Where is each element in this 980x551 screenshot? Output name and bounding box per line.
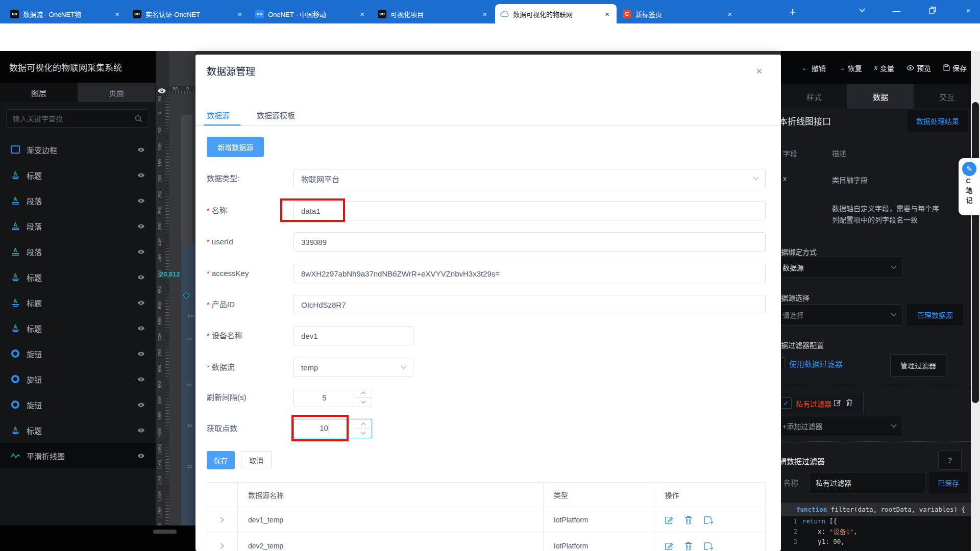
visibility-eye-icon[interactable]: [137, 222, 145, 230]
stepper-refreshInterval[interactable]: [355, 388, 372, 407]
tab-close-icon[interactable]: ×: [113, 10, 121, 18]
layer-item-标题-11[interactable]: A标题: [0, 417, 156, 443]
layer-item-标题-1[interactable]: A标题: [0, 162, 156, 188]
tab-datasource-template[interactable]: 数据源模板: [257, 110, 295, 120]
input-userId[interactable]: 339389: [293, 232, 766, 252]
layer-item-标题-5[interactable]: A标题: [0, 264, 156, 290]
save-button[interactable]: 保存: [207, 451, 235, 469]
select-datastream[interactable]: temp: [293, 358, 413, 377]
visibility-eye-icon[interactable]: [137, 324, 145, 332]
saved-button[interactable]: 已保存: [929, 472, 968, 493]
delete-row-icon[interactable]: [684, 542, 693, 550]
edit-filter-icon[interactable]: [834, 399, 841, 407]
process-result-button[interactable]: 数据处理结果: [908, 110, 968, 132]
tab-close-icon[interactable]: ×: [603, 10, 611, 18]
input-name[interactable]: data1: [293, 201, 766, 220]
input-productId[interactable]: OIcHdSz8R7: [293, 295, 766, 314]
number-pointCount[interactable]: 10: [293, 419, 372, 438]
browser-tab-2[interactable]: coOneNET - 中国移动×: [250, 4, 372, 23]
undo-button[interactable]: ←撤销: [802, 63, 826, 73]
filter-name-input[interactable]: 私有过滤器: [809, 472, 925, 493]
visibility-eye-icon[interactable]: [137, 452, 145, 460]
tab-data[interactable]: 数据: [847, 84, 914, 109]
select-data-type[interactable]: 物联网平台: [293, 169, 766, 188]
layer-item-段落-2[interactable]: A段落: [0, 188, 156, 213]
visibility-eye-icon[interactable]: [137, 299, 145, 307]
scrollbar-thumb[interactable]: [972, 102, 979, 403]
expand-row-icon[interactable]: [207, 507, 238, 533]
help-button[interactable]: ?: [938, 450, 962, 470]
stepper-pointCount[interactable]: [355, 419, 372, 438]
layer-item-旋钮-10[interactable]: 旋钮: [0, 392, 156, 417]
layer-item-段落-3[interactable]: A段落: [0, 213, 156, 239]
use-filter-label[interactable]: 使用数据过滤器: [789, 358, 843, 369]
visibility-eye-icon[interactable]: [137, 248, 145, 256]
variables-button[interactable]: x变量: [874, 63, 894, 73]
layer-item-标题-6[interactable]: A标题: [0, 290, 156, 315]
layer-search-input[interactable]: 输入关键字查找: [6, 109, 149, 128]
visibility-eye-icon[interactable]: [137, 273, 145, 281]
step-up-icon[interactable]: [355, 419, 372, 429]
redo-button[interactable]: →恢复: [838, 63, 862, 73]
cancel-button[interactable]: 取消: [241, 451, 272, 469]
export-row-icon[interactable]: [704, 542, 713, 550]
tab-datasource[interactable]: 数据源: [207, 110, 230, 120]
layer-item-段落-4[interactable]: A段落: [0, 239, 156, 264]
browser-tab-0[interactable]: co数据流 - OneNET物×: [5, 4, 127, 23]
layer-item-渐变边框-0[interactable]: 渐变边框: [0, 137, 156, 162]
delete-filter-icon[interactable]: [846, 399, 853, 407]
manage-datasource-button[interactable]: 管理数据源: [907, 304, 963, 325]
export-row-icon[interactable]: [704, 516, 713, 524]
filter-code-editor[interactable]: function filter(data, rootData, variable…: [781, 503, 973, 551]
panel-scrollbar[interactable]: [971, 51, 980, 551]
visibility-eye-icon[interactable]: [137, 171, 145, 179]
visibility-eye-icon[interactable]: [137, 350, 145, 358]
delete-row-icon[interactable]: [684, 516, 693, 524]
input-accessKey[interactable]: 8wXH2z97abNh9a37ndNB6ZWrR+eXVYVZnbvH3x3t…: [293, 264, 766, 283]
browser-tab-5[interactable]: C新标签页×: [618, 4, 739, 23]
input-deviceName[interactable]: dev1: [293, 326, 413, 345]
tab-pages[interactable]: 页面: [78, 83, 155, 102]
tab-layers[interactable]: 图层: [0, 83, 78, 102]
add-datasource-button[interactable]: 新增数据源: [207, 137, 264, 157]
tab-interaction[interactable]: 交互: [914, 84, 980, 109]
tab-search-chevron-icon[interactable]: [850, 0, 874, 20]
add-filter-select[interactable]: +添加过滤器: [781, 416, 902, 436]
preview-button[interactable]: 预览: [906, 63, 931, 73]
new-tab-button[interactable]: +: [785, 6, 800, 19]
save-project-button[interactable]: 保存: [943, 63, 967, 73]
visibility-eye-icon[interactable]: [137, 146, 145, 154]
binding-mode-select[interactable]: 数据源: [781, 257, 902, 278]
design-canvas[interactable]: -500501001502002503003504004505005506006…: [156, 51, 195, 551]
layer-item-旋钮-9[interactable]: 旋钮: [0, 366, 156, 392]
layer-item-平滑折线图-12[interactable]: 平滑折线图: [0, 443, 156, 468]
browser-tab-4[interactable]: 数据可视化的物联网×: [495, 4, 617, 23]
tab-style[interactable]: 样式: [781, 84, 847, 109]
visibility-eye-icon[interactable]: [137, 427, 145, 434]
tab-close-icon[interactable]: ×: [358, 10, 366, 18]
minimize-button[interactable]: —: [885, 0, 908, 20]
horizontal-scrollbar-thumb[interactable]: [153, 530, 177, 534]
manage-filter-button[interactable]: 管理过滤器: [890, 354, 946, 377]
browser-tab-3[interactable]: co可视化项目×: [373, 4, 494, 23]
note-extension-widget[interactable]: ✎ C笔记: [959, 158, 980, 215]
step-up-icon[interactable]: [355, 388, 372, 398]
tab-close-icon[interactable]: ×: [480, 10, 489, 18]
step-down-icon[interactable]: [355, 398, 372, 407]
browser-tab-1[interactable]: co实名认证-OneNET×: [128, 4, 249, 23]
datasource-select[interactable]: 请选择: [781, 304, 902, 325]
layer-item-标题-7[interactable]: A标题: [0, 315, 156, 341]
edit-row-icon[interactable]: [665, 516, 673, 524]
visibility-eye-icon[interactable]: [137, 375, 145, 383]
toggle-rulers-eye-icon[interactable]: [157, 86, 166, 95]
maximize-button[interactable]: [921, 0, 944, 20]
visibility-eye-icon[interactable]: [137, 401, 145, 409]
private-filter-checkbox[interactable]: ✓: [781, 397, 792, 409]
tab-close-icon[interactable]: ×: [725, 10, 734, 18]
number-refreshInterval[interactable]: 5: [293, 388, 372, 407]
modal-close-icon[interactable]: ×: [756, 65, 763, 78]
step-down-icon[interactable]: [355, 429, 372, 438]
close-window-button[interactable]: ×: [957, 0, 980, 20]
layer-item-旋钮-8[interactable]: 旋钮: [0, 341, 156, 366]
expand-row-icon[interactable]: [207, 533, 238, 551]
